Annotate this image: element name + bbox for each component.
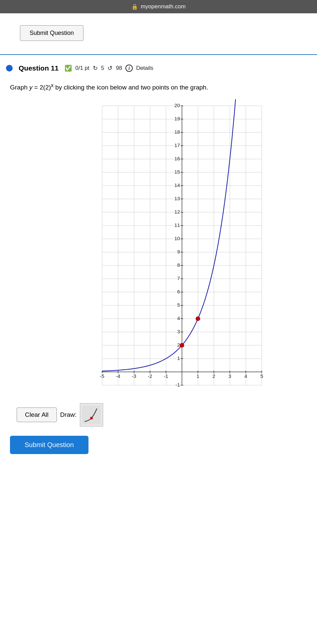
info-circle[interactable]: i [125,65,133,72]
question-dot [6,65,13,72]
question-body: Graph y = 2(2)x by clicking the icon bel… [0,76,317,96]
bottom-submit-area: Submit Question [0,426,317,467]
graph-canvas[interactable] [82,99,268,399]
checkmark-icon: ✅ [65,65,72,72]
details-label[interactable]: Details [136,65,153,72]
question-header: Question 11 ✅ 0/1 pt ↻ 5 ↺ 98 i Details [0,61,317,76]
draw-icon-box[interactable] [80,403,103,426]
retries: 98 [116,65,122,72]
bottom-submit-button[interactable]: Submit Question [10,436,88,454]
lock-icon: 🔒 [131,4,138,10]
score: 0/1 pt [75,65,89,72]
draw-label: Draw: [60,411,77,418]
graph-controls: Clear All Draw: [17,403,317,426]
site-domain: myopenmath.com [141,3,186,10]
top-submit-button[interactable]: Submit Question [20,25,83,41]
svg-point-1 [90,417,93,419]
retry-icon: ↻ [93,65,98,72]
equation-inline: y = 2(2)x [29,84,54,91]
graph-container[interactable] [82,99,268,399]
top-bar: 🔒 myopenmath.com [0,0,317,13]
tries: 5 [101,65,104,72]
top-submit-area: Submit Question [0,19,317,47]
refresh-icon: ↺ [107,65,112,72]
question-label: Question 11 [19,64,59,72]
question-meta: ✅ 0/1 pt ↻ 5 ↺ 98 i Details [65,65,153,72]
clear-all-button[interactable]: Clear All [17,407,57,422]
